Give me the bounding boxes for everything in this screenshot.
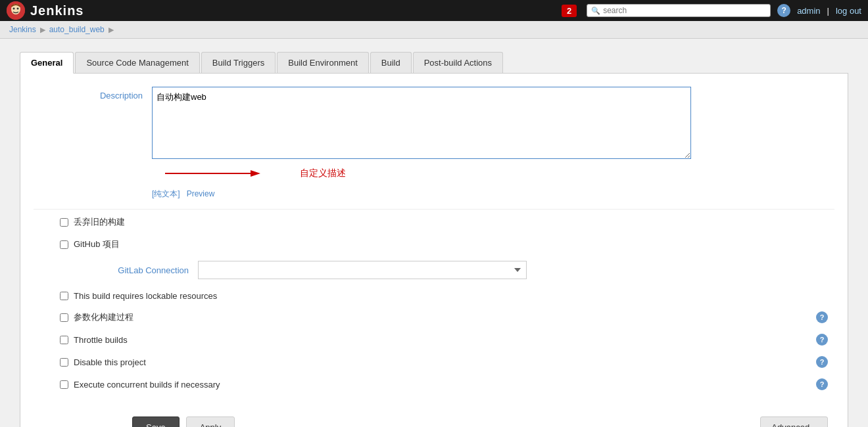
tab-build[interactable]: Build [370, 52, 412, 73]
user-link[interactable]: admin [797, 6, 820, 16]
checkbox-row-discard-old: 丢弃旧的构建 [34, 214, 834, 231]
checkbox-label-throttle[interactable]: Throttle builds [74, 335, 128, 345]
tab-build-environment[interactable]: Build Environment [277, 52, 369, 73]
checkbox-row-throttle: Throttle builds ? [34, 331, 834, 348]
preview-link[interactable]: Preview [187, 189, 215, 198]
gitlab-select[interactable] [198, 261, 527, 279]
checkbox-parameterized[interactable] [60, 313, 68, 322]
apply-button[interactable]: Apply [186, 416, 235, 427]
search-box[interactable]: 🔍 [587, 4, 771, 17]
checkbox-discard-old[interactable] [60, 218, 68, 227]
breadcrumb: Jenkins ▶ auto_build_web ▶ [0, 21, 868, 39]
gitlab-label: GitLab Connection [34, 265, 198, 275]
checkbox-concurrent[interactable] [60, 380, 68, 389]
breadcrumb-jenkins[interactable]: Jenkins [9, 25, 36, 34]
checkbox-container: 丢弃旧的构建 GitHub 项目 GitLab Connection This … [34, 214, 834, 393]
tab-scm[interactable]: Source Code Management [75, 52, 199, 73]
checkbox-label-disable[interactable]: Disable this project [74, 357, 146, 367]
tab-build-triggers[interactable]: Build Triggers [201, 52, 276, 73]
text-preview-row: [纯文本] Preview [152, 189, 834, 200]
checkbox-disable[interactable] [60, 358, 68, 367]
help-btn-parameterized[interactable]: ? [816, 311, 828, 323]
checkbox-row-concurrent: Execute concurrent builds if necessary ? [34, 376, 834, 393]
top-header: Jenkins 2 🔍 ? admin | log out [0, 0, 868, 21]
description-row: Description 自动构建web 自定义描述 [纯文本] Preview [34, 87, 834, 200]
tab-general[interactable]: General [20, 52, 74, 74]
divider-1 [34, 209, 834, 210]
checkbox-row-disable: Disable this project ? [34, 353, 834, 371]
pipe-separator: | [827, 6, 829, 16]
checkbox-row-github-project: GitHub 项目 [34, 236, 834, 253]
checkbox-row-lockable: This build requires lockable resources [34, 288, 834, 303]
breadcrumb-project[interactable]: auto_build_web [49, 25, 105, 34]
tab-post-build[interactable]: Post-build Actions [413, 52, 503, 73]
svg-point-3 [17, 8, 19, 10]
description-textarea[interactable]: 自动构建web [152, 87, 691, 159]
checkbox-label-discard-old[interactable]: 丢弃旧的构建 [74, 216, 125, 228]
search-input[interactable] [603, 6, 761, 15]
notification-badge[interactable]: 2 [562, 5, 577, 17]
help-btn-concurrent[interactable]: ? [816, 378, 828, 390]
checkbox-throttle[interactable] [60, 336, 68, 344]
action-buttons: Save Apply Advanced... [34, 416, 834, 427]
svg-marker-5 [251, 170, 260, 177]
checkbox-row-parameterized: 参数化构建过程 ? [34, 309, 834, 326]
help-btn-throttle[interactable]: ? [816, 334, 828, 346]
advanced-button[interactable]: Advanced... [760, 416, 828, 427]
gitlab-connection-row: GitLab Connection [34, 258, 834, 282]
breadcrumb-sep-1: ▶ [40, 26, 45, 34]
checkbox-label-concurrent[interactable]: Execute concurrent builds if necessary [74, 380, 220, 390]
description-label: Description [34, 87, 152, 101]
plain-text-link[interactable]: [纯文本] [152, 189, 180, 198]
header-help-icon[interactable]: ? [777, 4, 790, 17]
jenkins-title: Jenkins [30, 3, 84, 18]
save-button[interactable]: Save [132, 416, 180, 427]
main-content: General Source Code Management Build Tri… [0, 39, 868, 427]
annotation-text: 自定义描述 [300, 168, 346, 179]
logout-link[interactable]: log out [836, 6, 861, 16]
annotation-arrow-icon [158, 164, 277, 183]
search-icon: 🔍 [591, 7, 600, 15]
checkbox-lockable[interactable] [60, 292, 68, 300]
logo-area: Jenkins [7, 1, 84, 20]
description-control-wrap: 自动构建web 自定义描述 [纯文本] Preview [152, 87, 834, 200]
breadcrumb-sep-2: ▶ [108, 26, 114, 34]
tabs-bar: General Source Code Management Build Tri… [20, 52, 848, 74]
checkbox-label-parameterized[interactable]: 参数化构建过程 [74, 311, 133, 323]
header-right: 2 🔍 ? admin | log out [562, 4, 861, 17]
checkbox-github-project[interactable] [60, 240, 68, 249]
form-section: Description 自动构建web 自定义描述 [纯文本] Preview [20, 74, 848, 427]
help-btn-disable[interactable]: ? [816, 356, 828, 368]
jenkins-logo-icon [7, 1, 25, 20]
svg-point-2 [13, 8, 15, 10]
checkbox-label-github-project[interactable]: GitHub 项目 [74, 238, 120, 250]
checkbox-label-lockable[interactable]: This build requires lockable resources [74, 291, 217, 301]
